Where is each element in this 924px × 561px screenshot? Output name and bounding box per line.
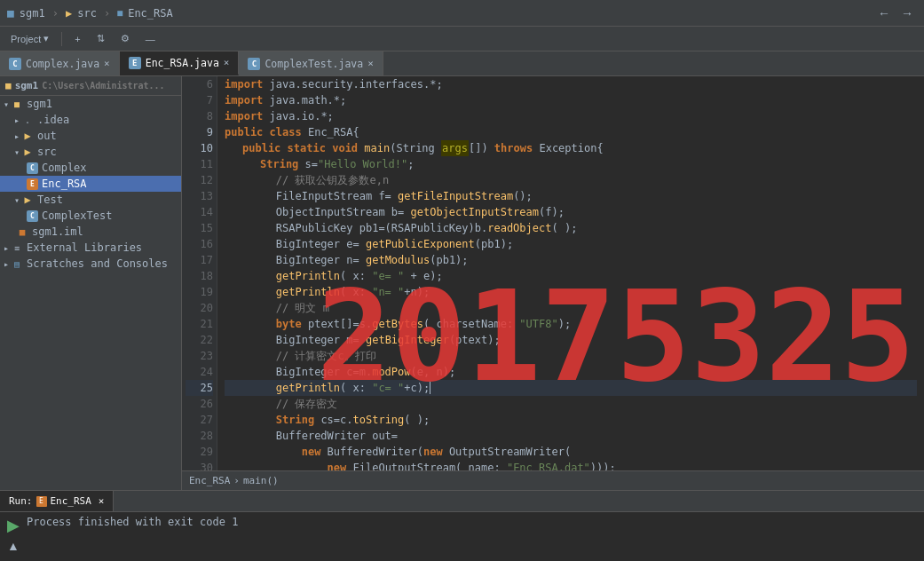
- sidebar-item-out[interactable]: ▸ ▶ out: [0, 128, 181, 144]
- complex-tab-label: Complex.java: [26, 58, 99, 70]
- run-tab-close[interactable]: ×: [99, 495, 105, 507]
- sidebar-label-idea: .idea: [37, 114, 69, 126]
- sidebar-project-path: C:\Users\Administrat...: [42, 81, 164, 91]
- sidebar-item-sgm1[interactable]: ▾ ■ sgm1: [0, 96, 181, 112]
- expand-arrow-out: ▸: [14, 131, 20, 141]
- bottom-actions: ▶ ▲: [7, 516, 20, 553]
- folder-icon-src: ▶: [21, 146, 34, 158]
- title-actions: ← →: [874, 4, 917, 22]
- complex-tab-close[interactable]: ×: [104, 58, 110, 69]
- java-icon-enc-rsa: E: [27, 178, 38, 190]
- code-line-17: BigInteger n= getModulus(pb1);: [225, 252, 917, 268]
- editor-tab-bar: C Complex.java × E Enc_RSA.java × C Comp…: [0, 51, 924, 76]
- tab-complextest[interactable]: C ComplexTest.java ×: [239, 51, 383, 75]
- tab-complex[interactable]: C Complex.java ×: [0, 51, 120, 75]
- title-bar: ■ sgm1 › ▶ src › ■ Enc_RSA ← →: [0, 0, 924, 27]
- sidebar-tree: ▾ ■ sgm1 ▸ . .idea ▸ ▶ out ▾ ▶ src: [0, 96, 181, 490]
- breadcrumb-sep1: ›: [233, 475, 240, 486]
- java-icon-complex: C: [27, 162, 38, 174]
- code-line-26: // 保存密文: [225, 396, 917, 412]
- code-line-24: BigInteger c=m.modPow(e, n);: [225, 364, 917, 380]
- expand-arrow-sgm1: ▾: [4, 99, 9, 109]
- bottom-tab-bar: Run: E Enc_RSA ×: [0, 491, 924, 512]
- sync-button[interactable]: ⇅: [91, 31, 110, 46]
- editor-content[interactable]: 6 7 8 9▶ 10▶ 11 12 13 14 15 16 17 18 19 …: [182, 76, 924, 470]
- code-line-29: new BufferedWriter(new OutputStreamWrite…: [225, 444, 917, 460]
- code-line-16: BigInteger e= getPublicExponent(pb1);: [225, 236, 917, 252]
- back-button[interactable]: ←: [874, 4, 894, 22]
- sidebar-label-scratches: Scratches and Consoles: [27, 257, 168, 270]
- run-output: Process finished with exit code 1: [27, 516, 917, 528]
- console-icon: ▤: [11, 257, 23, 270]
- project-dropdown-button[interactable]: Project ▾: [5, 31, 54, 46]
- code-line-11: String s="Hello World!";: [225, 156, 917, 172]
- code-line-18: getPrintln( x: "e= " + e);: [225, 268, 917, 284]
- run-file-label: Enc_RSA: [51, 495, 91, 507]
- complextest-tab-icon: C: [248, 58, 260, 70]
- chevron-down-icon: ▾: [43, 33, 49, 44]
- project-folder-icon: ■: [5, 80, 12, 91]
- run-file-icon: E: [36, 496, 47, 507]
- sidebar-label-complextest: ComplexTest: [42, 209, 112, 222]
- tab-run[interactable]: Run: E Enc_RSA ×: [0, 491, 114, 511]
- sidebar-label-enc-rsa: Enc_RSA: [42, 178, 87, 190]
- line-numbers: 6 7 8 9▶ 10▶ 11 12 13 14 15 16 17 18 19 …: [182, 76, 217, 470]
- breadcrumb-main[interactable]: main(): [243, 475, 279, 486]
- collapse-button[interactable]: —: [140, 32, 161, 46]
- sidebar-item-complextest[interactable]: C ComplexTest: [0, 208, 181, 224]
- run-output-text: Process finished with exit code 1: [27, 516, 238, 528]
- add-button[interactable]: +: [69, 32, 85, 46]
- code-line-12: // 获取公钥及参数e,n: [225, 172, 917, 188]
- breadcrumb-enc-rsa[interactable]: Enc_RSA: [189, 475, 230, 486]
- code-line-30: new FileOutputStream( name: "Enc_RSA.dat…: [225, 460, 917, 470]
- code-line-7: import java.math.*;: [225, 92, 917, 108]
- sidebar-item-src[interactable]: ▾ ▶ src: [0, 144, 181, 160]
- sidebar-item-idea[interactable]: ▸ . .idea: [0, 112, 181, 128]
- folder-icon-out: ▶: [21, 130, 34, 142]
- sidebar-item-enc-rsa[interactable]: E Enc_RSA: [0, 176, 181, 192]
- sidebar-label-out: out: [37, 130, 57, 142]
- code-line-21: byte ptext[]=s.getBytes( charsetName: "U…: [225, 316, 917, 332]
- title-breadcrumb: ■ sgm1 › ▶ src › ■ Enc_RSA: [7, 6, 173, 20]
- sidebar-header: ■ sgm1 C:\Users\Administrat...: [0, 76, 181, 96]
- complex-tab-icon: C: [9, 58, 21, 70]
- sidebar-item-scratches[interactable]: ▸ ▤ Scratches and Consoles: [0, 256, 181, 272]
- main-content: ■ sgm1 C:\Users\Administrat... ▾ ■ sgm1 …: [0, 76, 924, 490]
- sidebar-label-src: src: [37, 146, 57, 158]
- sidebar-label-test: Test: [37, 194, 63, 206]
- sidebar-project-name: sgm1: [15, 80, 39, 91]
- java-icon-complextest: C: [27, 210, 38, 222]
- folder-icon-test: ▶: [21, 194, 34, 206]
- code-line-6: import java.security.interfaces.*;: [225, 76, 917, 92]
- sidebar: ■ sgm1 C:\Users\Administrat... ▾ ■ sgm1 …: [0, 76, 182, 490]
- tab-enc-rsa[interactable]: E Enc_RSA.java ×: [120, 51, 240, 75]
- sidebar-item-complex[interactable]: C Complex: [0, 160, 181, 176]
- folder-icon-idea: .: [21, 114, 34, 126]
- file-label: Enc_RSA: [128, 7, 173, 20]
- forward-button[interactable]: →: [897, 4, 917, 22]
- settings-button[interactable]: ⚙: [115, 31, 135, 46]
- bottom-content: ▶ ▲ Process finished with exit code 1: [0, 512, 924, 561]
- iml-icon: ■: [16, 225, 28, 238]
- complextest-tab-close[interactable]: ×: [367, 58, 374, 69]
- bottom-panel: Run: E Enc_RSA × ▶ ▲ Process finished wi…: [0, 490, 924, 561]
- enc-rsa-tab-close[interactable]: ×: [224, 57, 230, 68]
- enc-rsa-tab-icon: E: [129, 57, 141, 69]
- expand-arrow-idea: ▸: [14, 115, 20, 125]
- sidebar-label-complex: Complex: [42, 162, 87, 174]
- sidebar-item-ext-libs[interactable]: ▸ ≡ External Libraries: [0, 240, 181, 256]
- sidebar-item-test[interactable]: ▾ ▶ Test: [0, 192, 181, 208]
- code-line-27: String cs=c.toString( );: [225, 412, 917, 428]
- expand-arrow-src: ▾: [14, 147, 20, 157]
- run-tab-label: Run:: [9, 495, 33, 507]
- file-icon: ■: [117, 8, 122, 18]
- folder-icon-sgm1: ■: [11, 98, 23, 110]
- run-button[interactable]: ▶: [7, 516, 20, 535]
- sidebar-item-iml[interactable]: ■ sgm1.iml: [0, 224, 181, 240]
- code-line-8: import java.io.*;: [225, 108, 917, 124]
- enc-rsa-tab-label: Enc_RSA.java: [146, 57, 219, 69]
- code-area[interactable]: import java.security.interfaces.*; impor…: [217, 76, 924, 470]
- project-name: sgm1: [20, 7, 45, 20]
- sidebar-label-extlibs: External Libraries: [27, 241, 142, 254]
- scroll-up-button[interactable]: ▲: [7, 539, 20, 553]
